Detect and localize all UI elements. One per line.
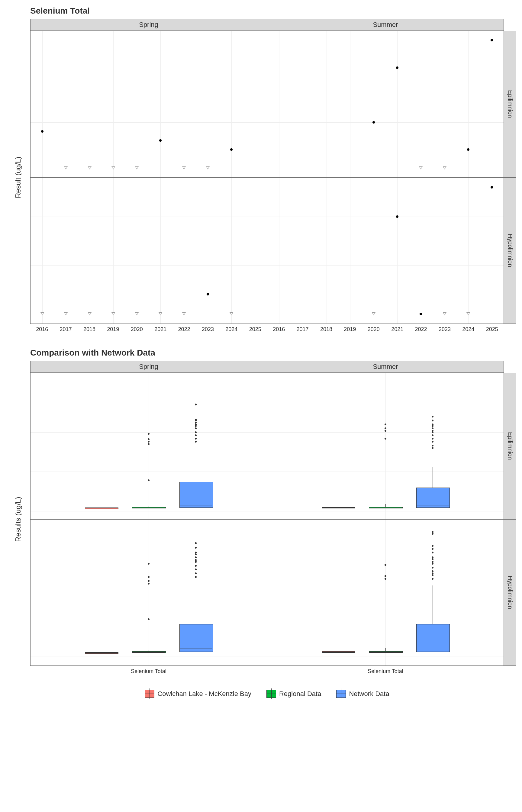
x-ticks-right: 2016201720182019202020212022202320242025 [267,324,504,336]
x-ticks-left: 2016201720182019202020212022202320242025 [30,324,267,336]
outlier-point [195,434,197,436]
box-panel-summer-hypo [267,519,504,666]
outlier-point [432,556,434,558]
outlier-point [432,533,434,535]
outlier-point [432,578,434,580]
panel-summer-epilimnion [267,31,504,177]
x-label-right: Selenium Total [267,666,504,678]
outlier-point [148,618,149,620]
legend-key-green [266,690,276,698]
outlier-point [148,433,149,435]
censored-point [372,312,376,316]
y-axis-label-1: Result (ug/L) [6,31,30,324]
outlier-point [385,564,386,566]
censored-point [64,312,68,316]
outlier-point [432,570,434,572]
legend-key-red [145,690,154,698]
outlier-point [432,427,434,429]
outlier-point [195,431,197,433]
outlier-point [195,404,197,405]
outlier-point [432,441,434,443]
outlier-point [432,447,434,449]
outlier-point [148,441,149,443]
censored-point [466,312,470,316]
censored-point [182,312,186,316]
censored-point [419,166,423,169]
outlier-point [195,559,197,561]
outlier-point [148,563,149,565]
outlier-point [195,422,197,424]
data-point [207,293,209,296]
outlier-point [195,556,197,558]
legend-item-network: Network Data [336,690,389,698]
censored-point [159,312,162,316]
censored-point [135,166,139,169]
outlier-point [195,427,197,429]
legend-key-blue [336,690,346,698]
outlier-point [385,438,386,440]
outlier-point [432,434,434,436]
boxplot-box [179,482,213,508]
censored-point [88,166,92,169]
data-point [373,121,375,124]
outlier-point [432,431,434,433]
data-point [467,148,469,151]
legend: Cowichan Lake - McKenzie Bay Regional Da… [6,690,522,698]
censored-point [443,166,446,169]
facet-col-spring: Spring [30,19,267,31]
outlier-point [385,430,386,432]
facet-row-hypo-2: Hypolimnion [504,519,516,666]
outlier-point [432,424,434,425]
chart-title-1: Selenium Total [30,6,516,16]
censored-point [88,312,92,316]
outlier-point [432,563,434,565]
censored-point [40,312,44,316]
outlier-point [432,531,434,533]
facet-row-epi: Epilimnion [504,31,516,177]
censored-point [112,312,115,316]
panel-spring-epilimnion: 0.05 0.045 0.04 [30,31,267,177]
facet-row-epi-2: Epilimnion [504,373,516,519]
facet-col-spring-2: Spring [30,361,267,373]
chart-title-2: Comparison with Network Data [30,348,516,358]
outlier-point [432,548,434,550]
outlier-point [432,558,434,560]
facet-col-summer: Summer [267,19,504,31]
outlier-point [195,542,197,544]
data-point [396,216,398,218]
outlier-point [195,424,197,425]
panel-spring-hypolimnion: 0.05 0.045 0.04 [30,177,267,324]
outlier-point [432,416,434,418]
outlier-point [148,443,149,445]
outlier-point [148,576,149,578]
data-point [420,313,422,315]
scatter-chart: Selenium Total Spring Summer Result (ug/… [6,6,516,336]
outlier-point [195,553,197,555]
outlier-point [148,438,149,440]
outlier-point [432,572,434,574]
outlier-point [195,569,197,570]
panel-summer-hypolimnion [267,177,504,324]
outlier-point [385,424,386,425]
outlier-point [385,578,386,580]
data-point [230,148,233,151]
box-panel-spring-hypo: 1 0.5 0 [30,519,267,666]
outlier-point [148,580,149,582]
data-point [396,66,398,69]
outlier-point [195,438,197,440]
outlier-point [432,430,434,432]
facet-row-hypo: Hypolimnion [504,177,516,324]
boxplot-box [179,624,213,652]
outlier-point [195,561,197,563]
outlier-point [195,425,197,427]
censored-point [229,312,233,316]
x-label-left: Selenium Total [30,666,267,678]
censored-point [443,312,446,316]
censored-point [182,166,186,169]
censored-point [135,312,139,316]
outlier-point [432,561,434,563]
y-axis-label-2: Results (ug/L) [6,373,30,666]
censored-point [112,166,115,169]
outlier-point [148,583,149,585]
censored-point [64,166,68,169]
